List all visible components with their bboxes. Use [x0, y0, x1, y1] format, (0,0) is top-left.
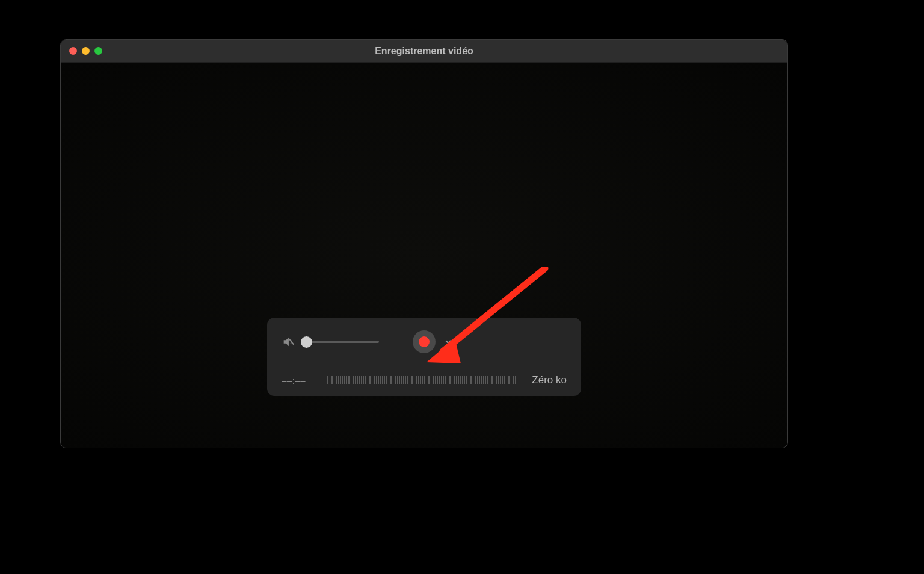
- level-tick: [500, 376, 501, 384]
- level-tick: [327, 376, 328, 384]
- level-tick: [340, 376, 341, 384]
- level-tick: [365, 376, 366, 384]
- titlebar[interactable]: Enregistrement vidéo: [61, 40, 787, 63]
- level-tick: [405, 376, 407, 384]
- video-recording-window: Enregistrement vidéo: [60, 39, 788, 448]
- level-tick: [355, 376, 356, 384]
- level-tick: [338, 376, 339, 384]
- level-tick: [344, 376, 345, 384]
- timecode-display: ––:––: [282, 375, 318, 386]
- level-tick: [466, 376, 467, 384]
- level-tick: [397, 376, 398, 384]
- level-tick: [372, 376, 373, 384]
- level-tick: [494, 376, 495, 384]
- volume-slider-thumb[interactable]: [301, 336, 312, 348]
- controls-bottom-row: ––:–– Zéro ko: [282, 373, 567, 387]
- window-controls: [69, 47, 102, 55]
- level-tick: [411, 376, 413, 384]
- level-tick: [334, 376, 335, 384]
- recording-options-dropdown[interactable]: [442, 336, 454, 348]
- level-tick: [353, 376, 354, 384]
- chevron-down-icon: [443, 337, 453, 347]
- level-tick: [435, 376, 436, 384]
- video-preview-area: ––:–– Zéro ko: [61, 63, 787, 448]
- volume-muted-icon: [282, 335, 295, 348]
- level-tick: [498, 376, 499, 384]
- level-tick: [336, 376, 337, 384]
- level-tick: [464, 376, 466, 384]
- level-tick: [507, 376, 508, 384]
- level-tick: [418, 376, 419, 384]
- level-tick: [393, 376, 394, 384]
- level-tick: [431, 376, 432, 384]
- level-tick: [441, 376, 442, 384]
- level-tick: [420, 376, 421, 384]
- level-tick: [359, 376, 360, 384]
- level-tick: [483, 376, 484, 384]
- level-tick: [462, 376, 463, 384]
- level-tick: [382, 376, 383, 384]
- level-tick: [477, 376, 478, 384]
- level-tick: [445, 376, 446, 384]
- level-tick: [401, 376, 402, 384]
- level-tick: [511, 376, 512, 384]
- level-tick: [433, 376, 434, 384]
- level-tick: [443, 376, 445, 384]
- level-tick: [390, 376, 392, 384]
- level-tick: [386, 376, 387, 384]
- level-tick: [399, 376, 400, 384]
- level-tick: [410, 376, 411, 384]
- level-tick: [414, 376, 415, 384]
- level-tick: [458, 376, 459, 384]
- level-tick: [361, 376, 362, 384]
- level-tick: [513, 376, 514, 384]
- level-tick: [473, 376, 474, 384]
- volume-slider[interactable]: [301, 336, 379, 348]
- level-tick: [416, 376, 417, 384]
- level-tick: [485, 376, 487, 384]
- level-tick: [428, 376, 430, 384]
- level-tick: [384, 376, 386, 384]
- level-tick: [331, 376, 333, 384]
- level-tick: [330, 376, 331, 384]
- level-tick: [487, 376, 488, 384]
- level-tick: [508, 376, 510, 384]
- level-tick: [407, 376, 408, 384]
- level-tick: [456, 376, 457, 384]
- level-tick: [348, 376, 350, 384]
- level-tick: [449, 376, 451, 384]
- level-tick: [469, 376, 470, 384]
- volume-slider-track: [301, 341, 379, 343]
- level-tick: [403, 376, 404, 384]
- controls-top-row: [282, 329, 567, 355]
- level-tick: [380, 376, 381, 384]
- level-tick: [369, 376, 371, 384]
- level-tick: [452, 376, 453, 384]
- level-tick: [368, 376, 369, 384]
- level-tick: [389, 376, 390, 384]
- recording-controls-panel: ––:–– Zéro ko: [267, 318, 581, 396]
- level-tick: [454, 376, 455, 384]
- level-tick: [395, 376, 396, 384]
- window-title: Enregistrement vidéo: [375, 46, 473, 57]
- level-tick: [439, 376, 440, 384]
- level-tick: [504, 376, 505, 384]
- level-tick: [491, 376, 493, 384]
- level-tick: [357, 376, 358, 384]
- level-tick: [437, 376, 438, 384]
- level-tick: [422, 376, 424, 384]
- minimize-button[interactable]: [82, 47, 90, 55]
- close-button[interactable]: [69, 47, 77, 55]
- record-icon: [419, 336, 430, 347]
- level-tick: [460, 376, 461, 384]
- level-tick: [475, 376, 476, 384]
- level-tick: [479, 376, 480, 384]
- level-tick: [448, 376, 449, 384]
- level-tick: [481, 376, 482, 384]
- level-tick: [502, 376, 504, 384]
- record-button[interactable]: [413, 330, 436, 353]
- audio-level-meter: [327, 374, 522, 386]
- level-tick: [376, 376, 377, 384]
- maximize-button[interactable]: [94, 47, 102, 55]
- level-tick: [515, 376, 516, 384]
